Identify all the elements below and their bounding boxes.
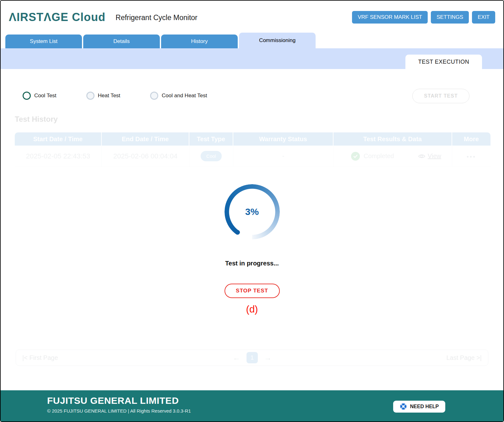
radio-circle-icon	[86, 92, 95, 100]
progress-percent: 3%	[225, 184, 280, 239]
col-test-type: Test Type	[189, 132, 233, 146]
need-help-label: NEED HELP	[410, 404, 439, 409]
cell-test-results: Completed View	[333, 146, 452, 167]
radio-label: Cool and Heat Test	[162, 93, 207, 99]
radio-cool-test[interactable]: Cool Test	[23, 92, 57, 100]
exit-button[interactable]: EXIT	[472, 11, 495, 24]
cell-test-type: Cool	[189, 146, 233, 167]
tab-commissioning[interactable]: Commissioning	[239, 33, 316, 48]
settings-button[interactable]: SETTINGS	[431, 11, 469, 24]
status-completed: Completed	[351, 152, 394, 161]
vrf-sensor-mark-list-button[interactable]: VRF SENSOR MARK LIST	[352, 11, 428, 24]
next-page-icon: →	[260, 353, 276, 362]
view-link: View	[418, 152, 441, 160]
radio-circle-icon	[23, 92, 31, 100]
main-tabs: System List Details History Commissionin…	[1, 34, 503, 48]
radio-label: Cool Test	[34, 93, 57, 99]
test-history-table: Start Date / Time End Date / Time Test T…	[15, 132, 490, 167]
cell-more: ●●●	[452, 146, 490, 167]
cell-start-date: 2025-02-05 22:43:53	[15, 146, 102, 167]
completed-label: Completed	[364, 152, 394, 160]
figure-caption: (d)	[246, 304, 258, 315]
col-warranty-status: Warranty Status	[233, 132, 333, 146]
test-type-badge: Cool	[201, 151, 222, 161]
radio-label: Heat Test	[98, 93, 121, 99]
airstage-cloud-logo: ΛIRSTΛGE Cloud	[9, 11, 106, 24]
first-page-button: |< First Page	[22, 354, 58, 361]
col-end-date: End Date / Time	[102, 132, 189, 146]
table-header-row: Start Date / Time End Date / Time Test T…	[15, 132, 490, 146]
progress-area: 3%	[1, 184, 503, 239]
more-actions-icon: ●●●	[467, 154, 476, 159]
radio-circle-icon	[150, 92, 158, 100]
current-page-number: 1	[247, 352, 258, 363]
last-page-button: Last Page >|	[447, 354, 482, 361]
start-test-button: START TEST	[412, 89, 469, 103]
view-label: View	[428, 152, 441, 160]
tab-history[interactable]: History	[161, 35, 238, 48]
commissioning-band: TEST EXECUTION	[1, 48, 503, 69]
radio-cool-and-heat-test[interactable]: Cool and Heat Test	[150, 92, 207, 100]
page-title: Refrigerant Cycle Monitor	[116, 13, 198, 22]
need-help-button[interactable]: NEED HELP	[393, 401, 445, 413]
tab-details[interactable]: Details	[83, 35, 160, 48]
eye-icon	[418, 153, 425, 159]
footer: FUJITSU GENERAL LIMITED © 2025 FUJITSU G…	[1, 390, 503, 422]
progress-ring: 3%	[225, 184, 280, 239]
cell-warranty-status: -	[233, 146, 333, 167]
progress-status-text: Test in progress...	[1, 260, 503, 267]
test-history-title: Test History	[15, 115, 489, 124]
col-more: More	[452, 132, 490, 146]
test-history-section: Test History Start Date / Time End Date …	[15, 115, 489, 167]
app-window: ΛIRSTΛGE Cloud Refrigerant Cycle Monitor…	[0, 0, 504, 422]
radio-heat-test[interactable]: Heat Test	[86, 92, 121, 100]
col-start-date: Start Date / Time	[15, 132, 102, 146]
stop-test-button[interactable]: STOP TEST	[225, 284, 280, 298]
col-test-results: Test Results & Data	[333, 132, 452, 146]
lifebuoy-icon	[400, 403, 407, 410]
tab-system-list[interactable]: System List	[5, 35, 82, 48]
test-type-options: Cool Test Heat Test Cool and Heat Test	[23, 92, 237, 100]
cell-end-date: 2025-02-06 00:04:04	[102, 146, 189, 167]
test-execution-panel: Cool Test Heat Test Cool and Heat Test S…	[1, 69, 503, 390]
top-bar: ΛIRSTΛGE Cloud Refrigerant Cycle Monitor…	[1, 1, 503, 34]
pagination-bar: |< First Page ← 1 → Last Page >|	[16, 350, 488, 366]
check-circle-icon	[351, 152, 360, 161]
table-row: 2025-02-05 22:43:53 2025-02-06 00:04:04 …	[15, 146, 490, 167]
prev-page-icon: ←	[228, 353, 245, 362]
tab-test-execution[interactable]: TEST EXECUTION	[405, 55, 482, 69]
